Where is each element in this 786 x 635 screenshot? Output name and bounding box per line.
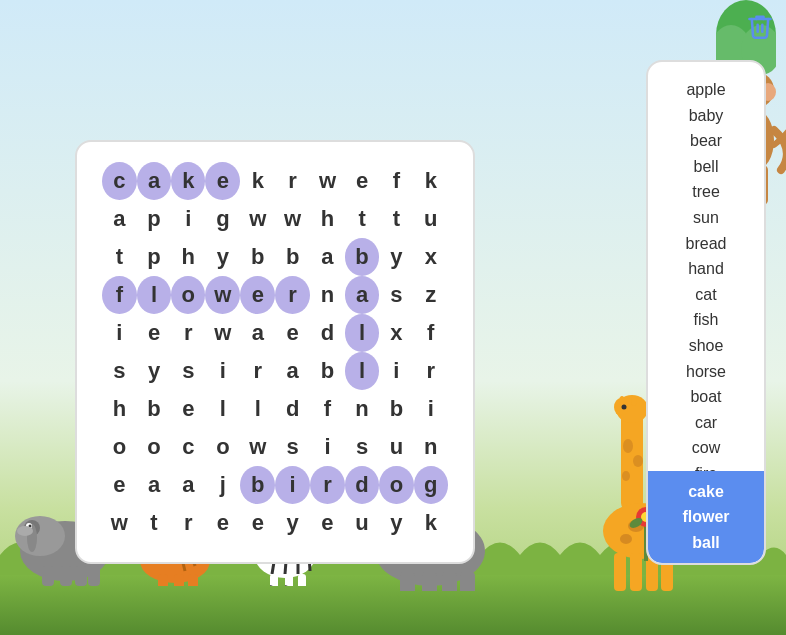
grid-cell-0-7: e <box>345 162 379 200</box>
grid-cell-7-1: o <box>137 428 171 466</box>
grid-cell-7-7: s <box>345 428 379 466</box>
wordlist-item-cat: cat <box>658 282 754 308</box>
grid-cell-5-2: s <box>171 352 205 390</box>
grid-cell-4-7: l <box>345 314 379 352</box>
wordlist-item-bell: bell <box>658 154 754 180</box>
wordlist-item-baby: baby <box>658 103 754 129</box>
svg-point-10 <box>17 526 33 536</box>
grid-cell-1-1: p <box>137 200 171 238</box>
wordlist-item-hand: hand <box>658 256 754 282</box>
grid-cell-5-6: b <box>310 352 345 390</box>
svg-rect-23 <box>174 574 184 586</box>
grid-cell-7-0: o <box>102 428 137 466</box>
grid-cell-0-2: k <box>171 162 205 200</box>
grid-cell-3-6: n <box>310 276 345 314</box>
grid-cell-1-4: w <box>240 200 275 238</box>
svg-rect-14 <box>88 566 100 586</box>
grid-cell-3-9: z <box>414 276 448 314</box>
grid-cell-7-4: w <box>240 428 275 466</box>
grid-cell-0-5: r <box>275 162 310 200</box>
svg-rect-24 <box>188 574 198 586</box>
grid-cell-6-9: i <box>414 390 448 428</box>
grid-cell-3-5: r <box>275 276 310 314</box>
svg-rect-11 <box>42 566 54 586</box>
grid-cell-3-4: e <box>240 276 275 314</box>
wordlist-item-boat: boat <box>658 384 754 410</box>
grid-cell-8-9: g <box>414 466 448 504</box>
grid-cell-4-9: f <box>414 314 448 352</box>
grid-cell-0-9: k <box>414 162 448 200</box>
grid-cell-0-8: f <box>379 162 413 200</box>
grid-cell-5-8: i <box>379 352 413 390</box>
grid-cell-3-7: a <box>345 276 379 314</box>
grid-cell-9-8: y <box>379 504 413 542</box>
svg-rect-38 <box>285 574 293 586</box>
grid-cell-2-4: b <box>240 238 275 276</box>
svg-point-5 <box>15 516 65 556</box>
grid-cell-9-6: e <box>310 504 345 542</box>
grid-cell-0-0: c <box>102 162 137 200</box>
grid-cell-1-8: t <box>379 200 413 238</box>
svg-rect-63 <box>614 553 626 591</box>
grid-cell-1-7: t <box>345 200 379 238</box>
found-word-cake: cake <box>653 479 759 505</box>
grid-cell-5-4: r <box>240 352 275 390</box>
grid-cell-6-3: l <box>205 390 240 428</box>
svg-point-69 <box>622 471 630 481</box>
svg-point-68 <box>633 455 643 467</box>
grid-cell-1-2: i <box>171 200 205 238</box>
grid-cell-4-8: x <box>379 314 413 352</box>
grid-cell-9-4: e <box>240 504 275 542</box>
grid-cell-2-3: y <box>205 238 240 276</box>
svg-point-67 <box>623 439 633 453</box>
grid-cell-6-8: b <box>379 390 413 428</box>
grid-cell-7-9: n <box>414 428 448 466</box>
grid-cell-6-0: h <box>102 390 137 428</box>
grid-cell-3-0: f <box>102 276 137 314</box>
grid-cell-8-8: o <box>379 466 413 504</box>
wordlist-item-cow: cow <box>658 435 754 461</box>
grid-cell-6-6: f <box>310 390 345 428</box>
grid-cell-4-2: r <box>171 314 205 352</box>
grid-cell-1-6: h <box>310 200 345 238</box>
grid-cell-6-1: b <box>137 390 171 428</box>
found-word-ball: ball <box>653 530 759 556</box>
trash-icon[interactable] <box>746 12 774 40</box>
grid-cell-0-4: k <box>240 162 275 200</box>
grid-cell-8-7: d <box>345 466 379 504</box>
grid-cell-9-3: e <box>205 504 240 542</box>
found-word-flower: flower <box>653 504 759 530</box>
grid-cell-6-2: e <box>171 390 205 428</box>
grid-cell-9-5: y <box>275 504 310 542</box>
grid-cell-7-3: o <box>205 428 240 466</box>
grid-cell-0-6: w <box>310 162 345 200</box>
grid-cell-4-3: w <box>205 314 240 352</box>
grid-cell-5-1: y <box>137 352 171 390</box>
grid-cell-8-3: j <box>205 466 240 504</box>
grid-cell-6-5: d <box>275 390 310 428</box>
grid-cell-3-2: o <box>171 276 205 314</box>
grid-cell-1-0: a <box>102 200 137 238</box>
grid-cell-9-1: t <box>137 504 171 542</box>
grid-cell-8-5: i <box>275 466 310 504</box>
svg-rect-50 <box>422 571 437 591</box>
svg-rect-51 <box>442 571 457 591</box>
svg-point-57 <box>631 396 637 406</box>
grid-cell-2-1: p <box>137 238 171 276</box>
wordlist-item-apple: apple <box>658 77 754 103</box>
grid-cell-5-3: i <box>205 352 240 390</box>
wordlist-item-bread: bread <box>658 231 754 257</box>
grid-cell-9-0: w <box>102 504 137 542</box>
grid-cell-8-1: a <box>137 466 171 504</box>
grid-cell-9-9: k <box>414 504 448 542</box>
grid-cell-4-0: i <box>102 314 137 352</box>
svg-rect-52 <box>460 571 475 591</box>
wordlist-item-fish: fish <box>658 307 754 333</box>
grid-cell-8-6: r <box>310 466 345 504</box>
wordlist-item-car: car <box>658 410 754 436</box>
grid-cell-3-8: s <box>379 276 413 314</box>
grid-cell-3-3: w <box>205 276 240 314</box>
grid-cell-8-0: e <box>102 466 137 504</box>
wordlist-item-shoe: shoe <box>658 333 754 359</box>
grid-cell-9-7: u <box>345 504 379 542</box>
